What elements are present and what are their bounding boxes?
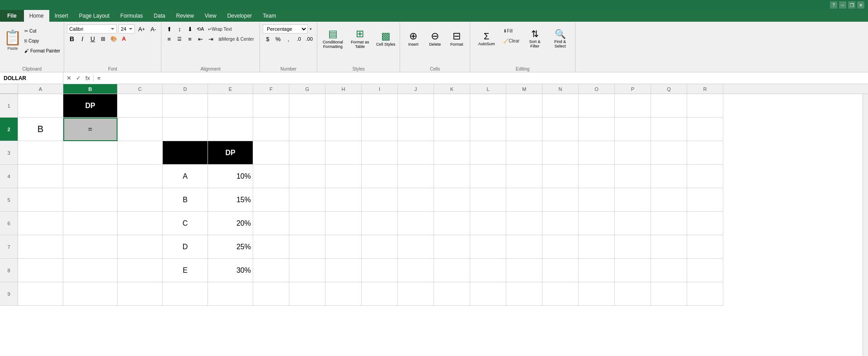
increase-font-button[interactable]: A+: [137, 24, 146, 33]
cell-j5[interactable]: [398, 188, 434, 212]
cell-b3[interactable]: [63, 141, 118, 165]
underline-button[interactable]: U: [88, 34, 98, 43]
cell-r7[interactable]: [687, 235, 723, 259]
minimize-button[interactable]: ─: [839, 1, 846, 9]
cell-d8[interactable]: E: [163, 259, 208, 282]
cell-m8[interactable]: [506, 259, 542, 282]
cell-c4[interactable]: [118, 165, 163, 188]
cell-m5[interactable]: [506, 188, 542, 212]
cell-c9[interactable]: [118, 282, 163, 306]
tab-data[interactable]: Data: [148, 10, 170, 22]
cell-f3[interactable]: [253, 141, 289, 165]
cell-j3[interactable]: [398, 141, 434, 165]
cell-c5[interactable]: [118, 188, 163, 212]
vertical-scrollbar[interactable]: [863, 94, 868, 356]
cell-p1[interactable]: [615, 94, 651, 118]
cell-q3[interactable]: [651, 141, 687, 165]
align-left-button[interactable]: ≡: [164, 34, 174, 43]
cell-i5[interactable]: [362, 188, 398, 212]
cell-j6[interactable]: [398, 212, 434, 235]
cell-i2[interactable]: [362, 118, 398, 141]
cell-q6[interactable]: [651, 212, 687, 235]
cell-r9[interactable]: [687, 282, 723, 306]
cell-g3[interactable]: [289, 141, 326, 165]
font-color-button[interactable]: A: [119, 34, 129, 43]
cell-a4[interactable]: [18, 165, 63, 188]
col-header-j[interactable]: J: [398, 84, 434, 94]
cell-r6[interactable]: [687, 212, 723, 235]
cell-q8[interactable]: [651, 259, 687, 282]
cell-g4[interactable]: [289, 165, 326, 188]
cell-o2[interactable]: [579, 118, 615, 141]
cell-i7[interactable]: [362, 235, 398, 259]
cell-e9[interactable]: [208, 282, 253, 306]
cell-p7[interactable]: [615, 235, 651, 259]
tab-page-layout[interactable]: Page Layout: [74, 10, 115, 22]
cell-g2[interactable]: [289, 118, 326, 141]
cell-p3[interactable]: [615, 141, 651, 165]
font-size-selector[interactable]: 24: [118, 24, 135, 33]
cell-d6[interactable]: C: [163, 212, 208, 235]
sort-filter-button[interactable]: ⇅ Sort &Filter: [523, 24, 547, 52]
col-header-i[interactable]: I: [362, 84, 398, 94]
align-right-button[interactable]: ≡: [185, 34, 195, 43]
cell-i3[interactable]: [362, 141, 398, 165]
cell-o5[interactable]: [579, 188, 615, 212]
autosum-button[interactable]: Σ AutoSum: [473, 24, 500, 52]
number-format-selector[interactable]: Percentage General Number Currency: [263, 24, 308, 33]
cell-b7[interactable]: [63, 235, 118, 259]
cell-c2[interactable]: [118, 118, 163, 141]
currency-button[interactable]: $: [263, 34, 273, 43]
cell-g6[interactable]: [289, 212, 326, 235]
cell-p4[interactable]: [615, 165, 651, 188]
cell-l4[interactable]: [470, 165, 506, 188]
cell-g7[interactable]: [289, 235, 326, 259]
cell-d2[interactable]: [163, 118, 208, 141]
cell-k6[interactable]: [434, 212, 470, 235]
row-header-7[interactable]: 7: [0, 235, 18, 259]
cell-c3[interactable]: [118, 141, 163, 165]
cell-p8[interactable]: [615, 259, 651, 282]
cell-k2[interactable]: [434, 118, 470, 141]
tab-file[interactable]: File: [0, 10, 24, 22]
col-header-f[interactable]: F: [253, 84, 289, 94]
decrease-font-button[interactable]: A-: [148, 24, 158, 33]
cell-o7[interactable]: [579, 235, 615, 259]
cell-h5[interactable]: [326, 188, 362, 212]
cell-h1[interactable]: [326, 94, 362, 118]
cell-l6[interactable]: [470, 212, 506, 235]
fill-color-button[interactable]: 🎨: [108, 34, 118, 43]
col-header-a[interactable]: A: [18, 84, 63, 94]
cell-a6[interactable]: [18, 212, 63, 235]
row-header-8[interactable]: 8: [0, 259, 18, 282]
cell-f8[interactable]: [253, 259, 289, 282]
cell-h4[interactable]: [326, 165, 362, 188]
cell-k1[interactable]: [434, 94, 470, 118]
cell-i4[interactable]: [362, 165, 398, 188]
cell-h2[interactable]: [326, 118, 362, 141]
font-name-selector[interactable]: Calibri: [67, 24, 117, 33]
cell-b9[interactable]: [63, 282, 118, 306]
cell-r3[interactable]: [687, 141, 723, 165]
cell-c8[interactable]: [118, 259, 163, 282]
cell-l7[interactable]: [470, 235, 506, 259]
cell-l9[interactable]: [470, 282, 506, 306]
cell-r8[interactable]: [687, 259, 723, 282]
cell-n3[interactable]: [542, 141, 579, 165]
cell-j8[interactable]: [398, 259, 434, 282]
cell-j7[interactable]: [398, 235, 434, 259]
tab-review[interactable]: Review: [170, 10, 199, 22]
cell-m6[interactable]: [506, 212, 542, 235]
tab-developer[interactable]: Developer: [222, 10, 258, 22]
cell-styles-button[interactable]: ▩ Cell Styles: [374, 24, 397, 52]
text-direction-button[interactable]: ⟲A: [195, 24, 205, 33]
cell-q5[interactable]: [651, 188, 687, 212]
cell-k5[interactable]: [434, 188, 470, 212]
cell-h9[interactable]: [326, 282, 362, 306]
cell-r2[interactable]: [687, 118, 723, 141]
cell-d1[interactable]: [163, 94, 208, 118]
decrease-decimal-button[interactable]: .0: [294, 34, 304, 43]
row-header-9[interactable]: 9: [0, 282, 18, 306]
cell-j9[interactable]: [398, 282, 434, 306]
cell-e5[interactable]: 15%: [208, 188, 253, 212]
